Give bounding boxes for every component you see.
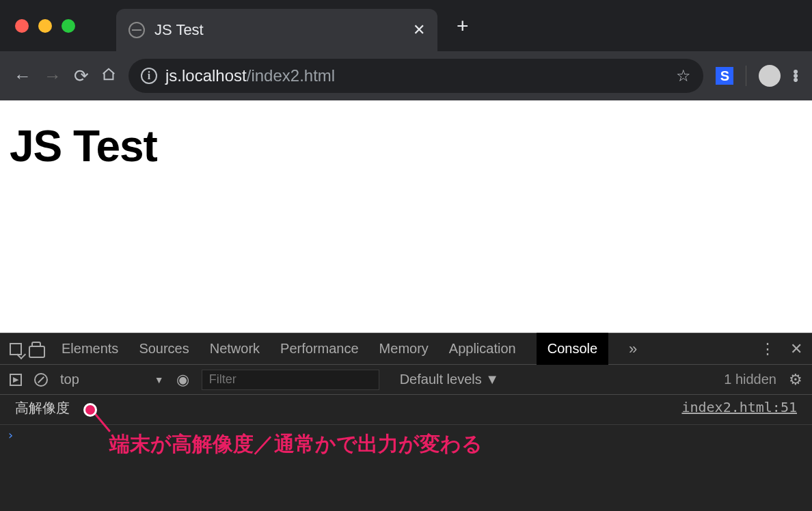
url-path: /index2.html: [247, 66, 335, 85]
tab-application[interactable]: Application: [449, 341, 516, 357]
extension-icon[interactable]: S: [716, 67, 733, 85]
context-value: top: [60, 372, 79, 387]
hidden-count[interactable]: 1 hidden: [724, 372, 776, 387]
profile-avatar[interactable]: [759, 65, 781, 87]
devtools-menu-icon[interactable]: ⋮: [760, 340, 775, 358]
tab-elements[interactable]: Elements: [62, 341, 118, 357]
close-icon[interactable]: ✕: [413, 21, 425, 39]
url-host: js.localhost: [165, 66, 247, 85]
live-expression-icon[interactable]: ◉: [176, 371, 189, 389]
globe-icon: [128, 22, 145, 38]
forward-icon[interactable]: →: [44, 66, 62, 87]
tab-network[interactable]: Network: [210, 341, 260, 357]
devtools-left-icons: [10, 342, 41, 357]
browser-tab-strip: JS Test ✕ +: [0, 0, 812, 51]
bookmark-star-icon[interactable]: ☆: [676, 66, 691, 85]
chevron-down-icon: ▼: [154, 374, 164, 385]
browser-tab[interactable]: JS Test ✕: [116, 9, 437, 51]
annotation-text: 端末が高解像度／通常かで出力が変わる: [109, 430, 483, 458]
clear-console-icon[interactable]: [34, 373, 48, 387]
window-traffic-lights: [0, 19, 75, 33]
gear-icon[interactable]: ⚙: [789, 371, 802, 389]
separator: [746, 66, 746, 86]
window-minimize-icon[interactable]: [38, 19, 52, 33]
site-info-icon[interactable]: i: [141, 68, 157, 84]
console-filter-input[interactable]: [202, 370, 379, 390]
inspect-element-icon[interactable]: [10, 343, 22, 355]
device-toggle-icon[interactable]: [31, 342, 41, 357]
log-source-link[interactable]: index2.html:51: [681, 399, 797, 417]
devtools-tab-bar: Elements Sources Network Performance Mem…: [0, 333, 812, 365]
window-close-icon[interactable]: [15, 19, 29, 33]
annotation-marker: [83, 403, 97, 417]
url-text: js.localhost/index2.html: [165, 66, 335, 85]
address-bar[interactable]: i js.localhost/index2.html ☆: [128, 59, 703, 93]
more-tabs-icon[interactable]: »: [629, 340, 637, 358]
window-zoom-icon[interactable]: [62, 19, 75, 33]
chevron-down-icon: ▼: [485, 372, 499, 387]
devtools-close-icon[interactable]: ✕: [790, 340, 802, 358]
tab-console[interactable]: Console: [537, 333, 608, 365]
page-content: JS Test: [0, 100, 812, 333]
menu-dots-icon[interactable]: •••: [793, 70, 798, 82]
tab-memory[interactable]: Memory: [379, 341, 429, 357]
tab-performance[interactable]: Performance: [280, 341, 359, 357]
console-toolbar: ▶ top ▼ ◉ Default levels ▼ 1 hidden ⚙: [0, 365, 812, 395]
home-icon[interactable]: [101, 66, 116, 87]
context-selector[interactable]: top ▼: [60, 372, 164, 387]
reload-icon[interactable]: ⟳: [74, 66, 89, 87]
browser-toolbar: ← → ⟳ i js.localhost/index2.html ☆ S •••: [0, 51, 812, 100]
devtools-panel: Elements Sources Network Performance Mem…: [0, 333, 812, 511]
page-title: JS Test: [10, 121, 802, 171]
tab-title: JS Test: [154, 21, 413, 39]
tab-sources[interactable]: Sources: [139, 341, 189, 357]
console-sidebar-toggle-icon[interactable]: ▶: [10, 374, 22, 386]
new-tab-button[interactable]: +: [457, 14, 469, 38]
back-icon[interactable]: ←: [14, 66, 31, 87]
log-levels-selector[interactable]: Default levels ▼: [400, 372, 499, 387]
